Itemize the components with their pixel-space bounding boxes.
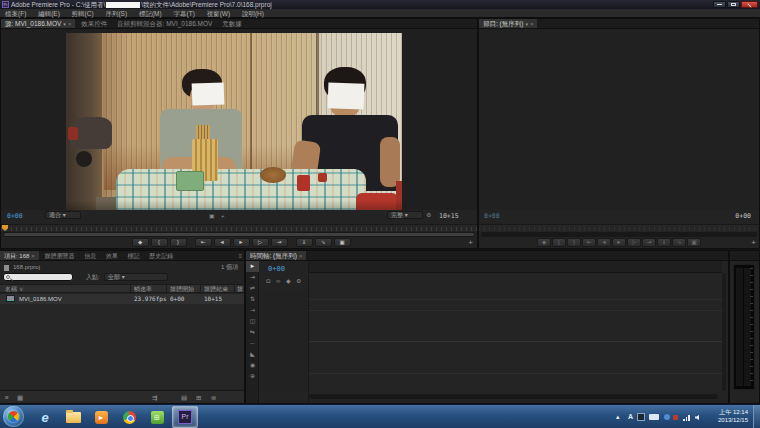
timeline-settings-wrench-icon[interactable]: ⚙	[296, 277, 301, 285]
chevron-down-icon[interactable]: ▾	[63, 19, 66, 29]
chevron-down-icon[interactable]: ▾	[525, 19, 528, 29]
column-truncated[interactable]: 媒	[237, 285, 243, 294]
insert-button[interactable]: ⇓	[296, 238, 313, 247]
hand-tool[interactable]: ◉	[246, 360, 259, 371]
play-button[interactable]: ►	[612, 238, 626, 247]
close-tab-icon[interactable]: ×	[530, 19, 534, 29]
in-point-filter-select[interactable]: 全部 ▾	[104, 273, 168, 281]
zoom-tool[interactable]: ⊕	[246, 371, 259, 382]
go-to-out-button[interactable]: ⇥	[271, 238, 288, 247]
tab-media-browser[interactable]: 媒體瀏覽器	[41, 251, 79, 261]
video-preview[interactable]	[66, 33, 402, 210]
pen-tool[interactable]: ◣	[246, 349, 259, 360]
column-frame-rate[interactable]: 幀速率	[134, 285, 152, 294]
maximize-button[interactable]	[727, 1, 740, 8]
hidden-icons-chevron[interactable]: ▴	[616, 413, 620, 421]
mark-in-button[interactable]: {	[552, 238, 566, 247]
taskbar-internet-explorer[interactable]: e	[32, 406, 58, 428]
ime-language-indicator[interactable]: A	[628, 413, 633, 421]
add-marker-button[interactable]: ◆	[537, 238, 551, 247]
menu-clip[interactable]: 剪輯(C)	[67, 9, 99, 18]
razor-tool[interactable]: ◫	[246, 316, 259, 327]
column-media-start[interactable]: 媒體開始	[170, 285, 194, 294]
menu-sequence[interactable]: 序列(S)	[100, 9, 132, 18]
taskbar-premiere-pro[interactable]: Pr	[172, 406, 198, 428]
new-bin-icon[interactable]: ▤	[181, 391, 187, 404]
search-input[interactable]	[3, 273, 73, 281]
slide-tool[interactable]: ⇔	[246, 338, 259, 349]
add-button-icon[interactable]: +	[221, 212, 225, 220]
tab-effects[interactable]: 效果	[102, 251, 122, 261]
ime-mode-icon[interactable]	[637, 413, 645, 421]
step-back-button[interactable]: ◄	[214, 238, 231, 247]
source-time-ruler[interactable]	[1, 224, 477, 231]
go-to-in-button[interactable]: ⇤	[195, 238, 212, 247]
close-tab-icon[interactable]: ×	[299, 251, 303, 261]
menu-file[interactable]: 檔案(F)	[0, 9, 31, 18]
menu-marker[interactable]: 標記(M)	[134, 9, 167, 18]
delete-icon[interactable]: ⊗	[211, 391, 216, 404]
close-button[interactable]	[741, 1, 758, 8]
close-tab-icon[interactable]: ×	[68, 19, 72, 29]
tab-project[interactable]: 項目: 168 ×	[0, 251, 39, 261]
mark-in-button[interactable]: {	[151, 238, 168, 247]
rolling-edit-tool[interactable]: ⇅	[246, 294, 259, 305]
timeline-horizontal-scrollbar[interactable]	[309, 394, 718, 399]
project-list-empty-area[interactable]	[0, 304, 244, 389]
new-item-icon[interactable]: ⊞	[196, 391, 201, 404]
go-to-in-button[interactable]: ⇤	[582, 238, 596, 247]
button-editor-icon[interactable]: +	[468, 238, 473, 247]
settings-wrench-icon[interactable]: ⚙	[426, 211, 431, 219]
timeline-tracks-area[interactable]	[309, 273, 722, 391]
volume-icon[interactable]	[695, 415, 699, 420]
ripple-edit-tool[interactable]: ⇄	[246, 283, 259, 294]
close-tab-icon[interactable]: ×	[31, 251, 35, 261]
project-file-name[interactable]: 168.prproj	[13, 263, 40, 272]
tab-markers[interactable]: 標記	[124, 251, 144, 261]
taskbar-clock[interactable]: 上午 12:14 2013/12/15	[718, 408, 748, 424]
button-editor-icon[interactable]: +	[751, 238, 756, 247]
column-media-end[interactable]: 媒體結束	[204, 285, 228, 294]
menu-edit[interactable]: 編輯(E)	[33, 9, 65, 18]
export-frame-button[interactable]: ▣	[687, 238, 701, 247]
automate-to-sequence-icon[interactable]: ⇶	[152, 391, 157, 404]
mark-out-button[interactable]: }	[567, 238, 581, 247]
step-forward-button[interactable]: ▷	[252, 238, 269, 247]
network-icon[interactable]	[683, 414, 691, 421]
taskbar-green-app[interactable]: ⊞	[144, 406, 170, 428]
tab-metadata[interactable]: 元數據	[218, 19, 246, 29]
lift-button[interactable]: ⇓	[657, 238, 671, 247]
source-zoom-level-select[interactable]: 適合 ▾	[45, 211, 81, 219]
slip-tool[interactable]: ⇆	[246, 327, 259, 338]
show-desktop-button[interactable]	[753, 405, 760, 428]
tab-info[interactable]: 信息	[80, 251, 100, 261]
extract-button[interactable]: ⇘	[672, 238, 686, 247]
step-back-button[interactable]: ◄	[597, 238, 611, 247]
overwrite-button[interactable]: ⇘	[315, 238, 332, 247]
program-time-ruler[interactable]	[479, 224, 759, 231]
tab-history[interactable]: 歷史記錄	[145, 251, 177, 261]
timeline-vertical-scrollbar[interactable]	[722, 273, 726, 391]
program-monitor-body[interactable]	[479, 29, 759, 210]
tab-audio-clip-mixer[interactable]: 音頻剪輯混合器: MVI_0186.MOV	[113, 19, 216, 29]
rate-stretch-tool[interactable]: ⇝	[246, 305, 259, 316]
taskbar-file-explorer[interactable]	[60, 406, 86, 428]
tab-program[interactable]: 節目: (無序列) ▾ ×	[479, 19, 537, 29]
tab-timeline[interactable]: 時間軸: (無序列) ×	[246, 251, 306, 261]
source-resolution-select[interactable]: 完整 ▾	[387, 211, 423, 219]
add-marker-icon[interactable]: ◆	[286, 277, 291, 285]
go-to-out-button[interactable]: ⇥	[642, 238, 656, 247]
panel-menu-icon[interactable]: ≡	[238, 251, 242, 261]
selection-tool[interactable]: ►	[246, 261, 259, 272]
source-current-timecode[interactable]: 0+00	[7, 212, 23, 220]
tab-effect-controls[interactable]: 效果控件	[77, 19, 111, 29]
tray-app-icon[interactable]	[673, 415, 678, 420]
tab-source[interactable]: 源: MVI_0186.MOV ▾ ×	[1, 19, 75, 29]
column-name[interactable]: 名稱 ∨	[5, 285, 24, 294]
step-forward-button[interactable]: ▷	[627, 238, 641, 247]
linked-selection-icon[interactable]: ∞	[276, 277, 280, 285]
track-select-tool[interactable]: ⇥	[246, 272, 259, 283]
export-frame-button[interactable]: ▣	[334, 238, 351, 247]
table-row[interactable]: MVI_0186.MOV 23.976fps 0+00 10+15	[0, 294, 244, 304]
icon-view-icon[interactable]: ▦	[17, 391, 23, 404]
